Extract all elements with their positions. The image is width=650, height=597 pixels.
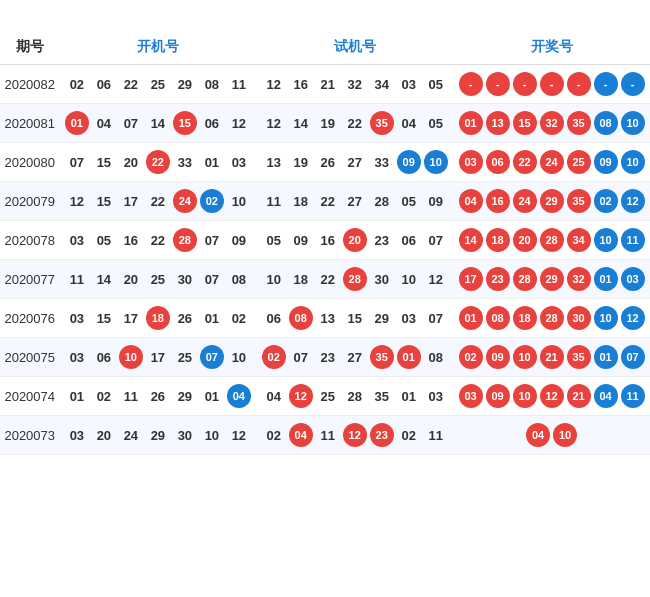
ball-plain: 11 [262,189,286,213]
ball-red: - [459,72,483,96]
ball-plain: 11 [316,423,340,447]
ball-plain: 20 [119,267,143,291]
ball-red: 01 [459,111,483,135]
kaijhao-cell: 11142025300708 [59,260,256,299]
ball-blue: 11 [621,228,645,252]
ball-plain: 30 [173,267,197,291]
ball-plain: 01 [397,384,421,408]
ball-plain: 22 [316,267,340,291]
ball-plain: 05 [424,111,448,135]
ball-plain: 06 [262,306,286,330]
ball-red: 18 [486,228,510,252]
kaijianghao-cell: 03062224250910 [453,143,650,182]
ball-plain: 15 [92,306,116,330]
ball-plain: 14 [289,111,313,135]
ball-plain: 01 [65,384,89,408]
ball-plain: 07 [119,111,143,135]
ball-plain: 33 [370,150,394,174]
period-cell: 2020079 [0,182,59,221]
ball-plain: 09 [289,228,313,252]
ball-plain: 04 [262,384,286,408]
ball-red: 04 [459,189,483,213]
shijhao-cell: 10182228301012 [256,260,453,299]
table-header-row: 期号 开机号 试机号 开奖号 [0,30,650,65]
ball-plain: 30 [370,267,394,291]
ball-plain: 27 [343,189,367,213]
kaijhao-cell: 03061017250710 [59,338,256,377]
ball-blue: 09 [594,150,618,174]
ball-plain: 08 [227,267,251,291]
period-cell: 2020074 [0,377,59,416]
ball-red: 32 [540,111,564,135]
ball-red: 29 [540,189,564,213]
ball-plain: 23 [370,228,394,252]
ball-plain: 29 [173,72,197,96]
ball-plain: 18 [289,267,313,291]
ball-red: 20 [513,228,537,252]
ball-plain: 19 [289,150,313,174]
ball-plain: 35 [370,384,394,408]
lottery-table: 期号 开机号 试机号 开奖号 2020082020622252908111216… [0,30,650,455]
ball-plain: 11 [424,423,448,447]
ball-red: 10 [513,384,537,408]
ball-red: 29 [540,267,564,291]
ball-plain: 07 [200,228,224,252]
ball-red: 22 [146,150,170,174]
shijhao-cell: 12141922350405 [256,104,453,143]
ball-red: - [540,72,564,96]
ball-plain: 16 [289,72,313,96]
ball-red: 01 [397,345,421,369]
kaijhao-cell: 03051622280709 [59,221,256,260]
ball-plain: 11 [119,384,143,408]
ball-plain: 32 [343,72,367,96]
ball-plain: 03 [65,345,89,369]
ball-blue: 02 [200,189,224,213]
ball-plain: 03 [424,384,448,408]
ball-red: 10 [119,345,143,369]
ball-blue: - [621,72,645,96]
ball-plain: 04 [92,111,116,135]
ball-red: 35 [567,111,591,135]
ball-red: 01 [459,306,483,330]
ball-plain: 22 [343,111,367,135]
ball-red: 21 [567,384,591,408]
ball-red: 12 [289,384,313,408]
ball-red: 04 [526,423,550,447]
ball-plain: 11 [65,267,89,291]
ball-plain: 03 [397,306,421,330]
ball-red: 35 [567,345,591,369]
kaijianghao-cell: 14182028341011 [453,221,650,260]
ball-plain: 17 [119,189,143,213]
ball-red: 22 [513,150,537,174]
table-row: 2020074010211262901040412252835010303091… [0,377,650,416]
ball-plain: 06 [92,72,116,96]
ball-blue: 10 [424,150,448,174]
ball-plain: 08 [200,72,224,96]
shijhao-cell: 11182227280509 [256,182,453,221]
ball-plain: 13 [262,150,286,174]
ball-plain: 14 [146,111,170,135]
ball-plain: 17 [119,306,143,330]
ball-blue: 01 [594,267,618,291]
shijhao-cell: 12162132340305 [256,65,453,104]
ball-plain: 23 [316,345,340,369]
kaijhao-cell: 02062225290811 [59,65,256,104]
table-row: 2020080071520223301031319262733091003062… [0,143,650,182]
ball-red: 04 [289,423,313,447]
shijhao-cell: 04122528350103 [256,377,453,416]
schedule-note [0,18,650,30]
shijhao-cell: 02041112230211 [256,416,453,455]
ball-plain: 10 [200,423,224,447]
ball-plain: 01 [200,150,224,174]
ball-plain: 26 [146,384,170,408]
period-cell: 2020073 [0,416,59,455]
ball-blue: 01 [594,345,618,369]
ball-plain: 29 [173,384,197,408]
table-row: 2020079121517222402101118222728050904162… [0,182,650,221]
ball-blue: - [594,72,618,96]
ball-plain: 08 [424,345,448,369]
ball-plain: 10 [262,267,286,291]
kaijianghao-cell: 0410 [453,416,650,455]
ball-plain: 24 [119,423,143,447]
ball-red: 18 [146,306,170,330]
